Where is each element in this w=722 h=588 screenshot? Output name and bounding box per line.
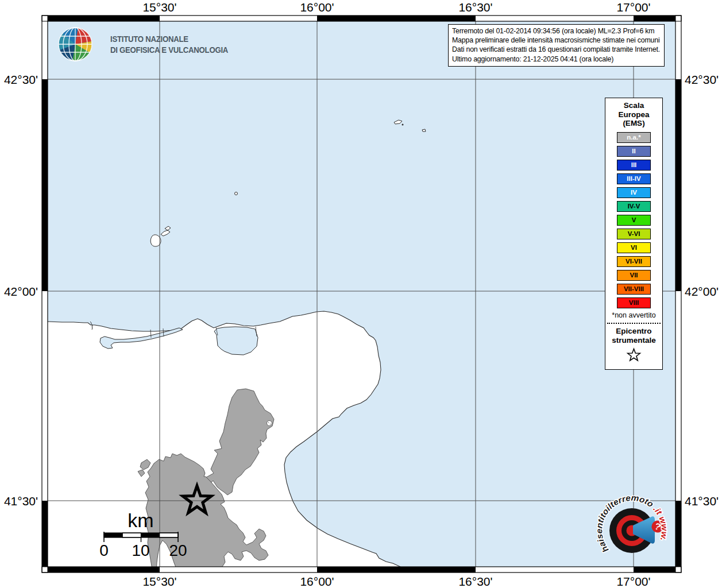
legend-title-line1: Scala (605, 101, 662, 110)
legend-chip-v-vi: V-VI (617, 229, 651, 239)
lon-label-bottom-1600: 16°00' (300, 575, 334, 588)
legend-chip-iv: IV (617, 187, 651, 198)
lat-label-right-4230: 42°30' (685, 73, 719, 87)
lon-label-bottom-1630: 16°30' (458, 575, 492, 588)
epicenter-star-icon (626, 347, 642, 363)
legend-chip-vii: VII (617, 270, 651, 281)
lat-label-left-4200: 42°00' (2, 285, 38, 299)
legend-divider (607, 323, 661, 324)
legend-epicenter-label: Epicentro strumentale (605, 327, 662, 345)
legend-epicenter-line2: strumentale (605, 336, 662, 345)
lon-label-top-1630: 16°30' (458, 1, 492, 14)
legend-chip-v: V (617, 215, 651, 226)
earthquake-info-box: Terremoto del 01-02-2014 09:34:56 (ora l… (448, 24, 665, 67)
legend-epicenter-line1: Epicentro (605, 327, 662, 336)
macroseismic-intensity-map: km 0 10 20 (0, 0, 722, 588)
legend-chip-na: n.a.* (617, 132, 651, 143)
legend-footnote: *non avvertito (605, 311, 662, 319)
lat-label-right-4200: 42°00' (685, 285, 719, 299)
lat-label-right-4130: 41°30' (685, 494, 719, 508)
ems-scale-legend: Scala Europea (EMS) n.a.* II III III-IV … (605, 98, 663, 370)
legend-chip-iv-v: IV-V (617, 201, 651, 212)
ingv-wordmark: ISTITUTO NAZIONALE DI GEOFISICA E VULCAN… (110, 33, 228, 55)
ingv-globe-icon (56, 25, 94, 63)
info-line-data: Dati non verificati estratti da 16 quest… (452, 45, 661, 54)
enclave-dot (268, 422, 269, 423)
legend-chip-vi-vii: VI-VII (617, 256, 651, 267)
lat-label-left-4130: 41°30' (2, 494, 38, 508)
legend-title-line2: Europea (605, 110, 662, 119)
lon-label-top-1600: 16°00' (300, 1, 334, 14)
info-line-maptype: Mappa preliminare delle intensità macros… (452, 36, 661, 45)
legend-chip-ii: II (617, 146, 651, 157)
watermark-tld: .it (651, 504, 664, 517)
legend-chips: n.a.* II III III-IV IV IV-V V V-VI VI VI… (605, 132, 662, 308)
scale-unit-label: km (128, 509, 153, 531)
legend-chip-viii: VIII (617, 297, 651, 308)
lon-label-bottom-1700: 17°00' (616, 575, 650, 588)
lon-label-bottom-1530: 15°30' (142, 575, 176, 588)
ingv-wordmark-line1: ISTITUTO NAZIONALE (110, 33, 228, 44)
legend-title-line3: (EMS) (605, 119, 662, 128)
enclave-dot (270, 424, 271, 425)
legend-title: Scala Europea (EMS) (605, 101, 662, 128)
lat-label-left-4230: 42°30' (2, 73, 38, 87)
municipality-enclave (267, 421, 272, 426)
info-line-event: Terremoto del 01-02-2014 09:34:56 (ora l… (452, 26, 661, 36)
legend-chip-iii-iv: III-IV (617, 173, 651, 184)
small-islet (402, 124, 404, 126)
legend-chip-iii: III (617, 160, 651, 171)
ingv-logo: ISTITUTO NAZIONALE DI GEOFISICA E VULCAN… (56, 25, 244, 63)
haisentitoilterremoto-logo: ? haisentitoilterremoto .it www. (590, 490, 675, 575)
lon-label-top-1530: 15°30' (142, 1, 176, 14)
legend-chip-vii-viii: VII-VIII (617, 284, 651, 295)
legend-chip-vi: VI (617, 242, 651, 253)
scale-tick-20: 20 (169, 541, 187, 559)
info-line-update: Ultimo aggiornamento: 21-12-2025 04:41 (… (452, 55, 661, 64)
scale-tick-0: 0 (99, 541, 109, 559)
scale-tick-10: 10 (132, 541, 149, 559)
ingv-wordmark-line2: DI GEOFISICA E VULCANOLOGIA (110, 44, 228, 55)
pianosa-island (235, 192, 238, 195)
lon-label-top-1700: 17°00' (616, 1, 650, 14)
